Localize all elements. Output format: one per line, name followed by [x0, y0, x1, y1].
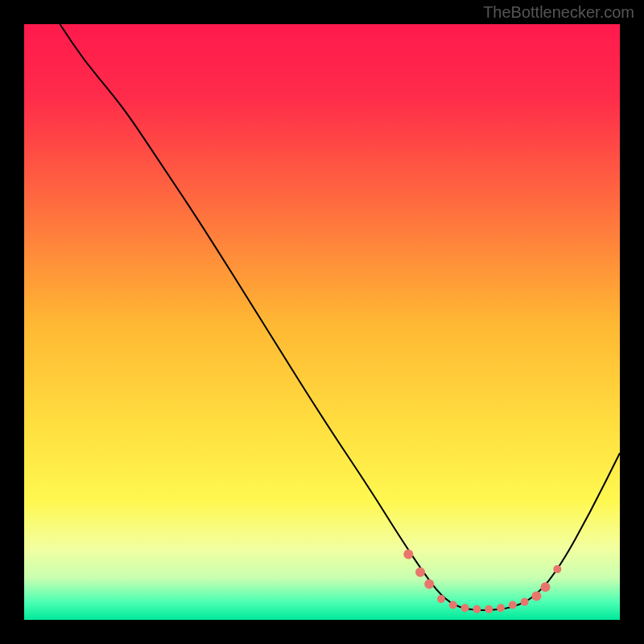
curve-marker [424, 580, 434, 589]
curve-marker [403, 550, 413, 559]
curve-marker [497, 604, 505, 612]
curve-marker [531, 591, 541, 601]
curve-marker [461, 604, 469, 612]
curve-marker [509, 601, 517, 609]
curve-marker [485, 605, 493, 613]
curve-marker [541, 582, 551, 592]
curve-marker [437, 595, 445, 603]
curve-marker [473, 605, 481, 613]
curve-line [60, 24, 620, 610]
watermark-text: TheBottlenecker.com [483, 3, 634, 22]
curve-marker [553, 565, 561, 573]
plot-area [24, 24, 620, 620]
curve-marker [449, 601, 457, 609]
chart-curve-layer [24, 24, 620, 620]
curve-marker [521, 598, 529, 606]
curve-marker [415, 568, 425, 577]
curve-markers [403, 550, 561, 613]
